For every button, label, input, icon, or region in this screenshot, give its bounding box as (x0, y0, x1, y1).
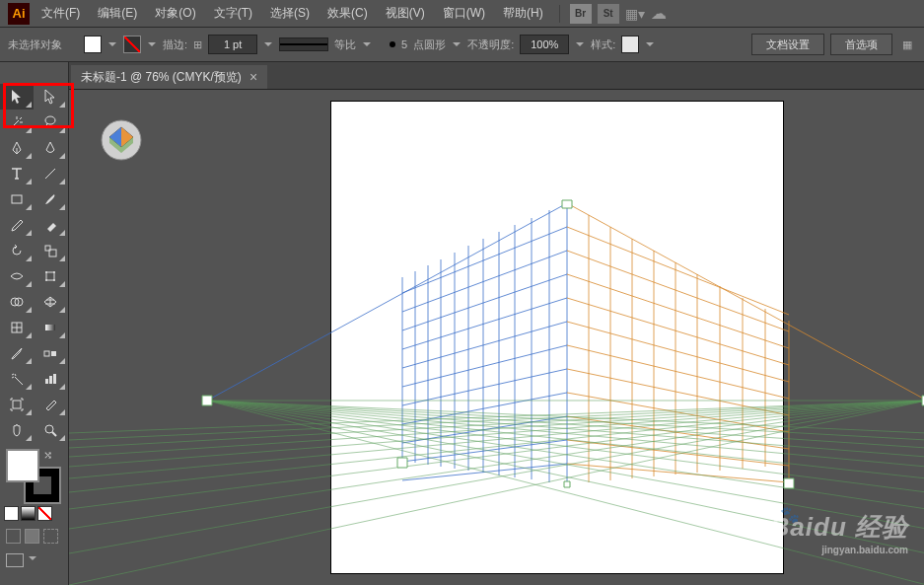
selection-status: 未选择对象 (8, 37, 62, 52)
svg-point-9 (53, 279, 55, 281)
eraser-tool[interactable] (34, 212, 67, 238)
draw-normal-icon[interactable] (6, 529, 21, 544)
svg-point-7 (53, 271, 55, 273)
blend-tool[interactable] (34, 340, 67, 366)
paintbrush-tool[interactable] (34, 186, 67, 212)
swap-fill-stroke-icon[interactable]: ⤭ (43, 449, 57, 463)
shape-builder-tool[interactable] (0, 289, 34, 315)
control-bar: 未选择对象 描边: ⊞ 等比 5 点圆形 不透明度: 样式: 文档设置 首选项 … (0, 28, 924, 62)
style-label: 样式: (591, 37, 615, 52)
svg-rect-15 (45, 325, 55, 330)
svg-point-6 (45, 271, 47, 273)
stroke-swatch[interactable] (123, 36, 141, 53)
direct-selection-tool[interactable] (34, 84, 67, 110)
stroke-dropdown[interactable] (147, 39, 157, 49)
magic-wand-tool[interactable] (0, 110, 34, 135)
color-mode-none[interactable] (37, 506, 52, 521)
lasso-tool[interactable] (34, 110, 67, 135)
menu-type[interactable]: 文字(T) (208, 1, 258, 26)
brush-point-count: 5 (401, 38, 407, 50)
perspective-grid-tool[interactable] (34, 289, 67, 315)
width-tool[interactable] (0, 263, 34, 289)
preferences-button[interactable]: 首选项 (830, 34, 892, 55)
scale-tool[interactable] (34, 238, 67, 263)
symbol-sprayer-tool[interactable] (0, 366, 34, 392)
brush-label: 点圆形 (413, 37, 446, 52)
svg-rect-18 (45, 379, 48, 384)
zoom-tool[interactable] (34, 417, 67, 443)
rotate-tool[interactable] (0, 238, 34, 263)
draw-inside-icon[interactable] (43, 529, 58, 544)
free-transform-tool[interactable] (34, 263, 67, 289)
selection-tool[interactable] (0, 84, 34, 110)
stroke-weight-dropdown[interactable] (263, 39, 273, 49)
stroke-weight-input[interactable] (208, 35, 257, 54)
bridge-button[interactable]: Br (570, 4, 592, 24)
menu-view[interactable]: 视图(V) (380, 1, 431, 26)
sync-icon[interactable]: ☁ (651, 4, 667, 23)
artboard (330, 101, 784, 574)
menu-object[interactable]: 对象(O) (149, 1, 201, 26)
svg-line-1 (45, 169, 55, 179)
brush-dropdown[interactable] (452, 39, 462, 49)
perspective-plane-widget[interactable] (101, 119, 142, 161)
svg-rect-16 (44, 351, 49, 356)
watermark: Baidu 经验 jingyan.baidu.com (771, 510, 908, 555)
artboard-tool[interactable] (0, 392, 34, 417)
svg-point-22 (45, 425, 53, 433)
menu-file[interactable]: 文件(F) (36, 1, 86, 26)
watermark-url: jingyan.baidu.com (771, 545, 908, 555)
opacity-input[interactable] (520, 35, 569, 54)
svg-rect-2 (12, 195, 22, 203)
fill-color-box[interactable] (6, 449, 39, 482)
svg-rect-19 (49, 376, 52, 384)
color-mode-gradient[interactable] (21, 506, 36, 521)
stock-button[interactable]: St (598, 4, 619, 24)
hand-tool[interactable] (0, 417, 34, 443)
arrange-documents-icon[interactable]: ▦▾ (625, 6, 645, 22)
screen-mode-dropdown[interactable] (28, 553, 37, 563)
gradient-tool[interactable] (34, 315, 67, 340)
canvas-area[interactable]: 🐾 Baidu 经验 jingyan.baidu.com (69, 90, 924, 585)
pen-tool[interactable] (0, 135, 34, 161)
line-tool[interactable] (34, 161, 67, 186)
menu-window[interactable]: 窗口(W) (437, 1, 491, 26)
fill-swatch[interactable] (84, 36, 102, 53)
document-tab[interactable]: 未标题-1 @ 76% (CMYK/预览) × (71, 65, 267, 89)
menu-help[interactable]: 帮助(H) (497, 1, 549, 26)
curvature-tool[interactable] (34, 135, 67, 161)
profile-dropdown[interactable] (362, 39, 372, 49)
document-tab-bar: 未标题-1 @ 76% (CMYK/预览) × (0, 62, 924, 90)
watermark-brand: Baidu 经验 (771, 512, 908, 542)
graphic-style-swatch[interactable] (621, 36, 639, 53)
eyedropper-tool[interactable] (0, 340, 34, 366)
slice-tool[interactable] (34, 392, 67, 417)
svg-line-23 (52, 432, 56, 436)
svg-point-8 (45, 279, 47, 281)
fill-dropdown[interactable] (107, 39, 117, 49)
document-setup-button[interactable]: 文档设置 (751, 34, 824, 55)
screen-mode-icon[interactable] (6, 553, 24, 567)
stroke-profile-preview[interactable] (279, 37, 328, 51)
svg-rect-20 (53, 374, 56, 384)
svg-rect-5 (46, 272, 54, 280)
opacity-label: 不透明度: (467, 37, 514, 52)
tab-close-button[interactable]: × (249, 69, 257, 85)
profile-label: 等比 (334, 37, 356, 52)
style-dropdown[interactable] (645, 39, 655, 49)
svg-rect-21 (13, 401, 21, 408)
rectangle-tool[interactable] (0, 186, 34, 212)
menu-select[interactable]: 选择(S) (264, 1, 316, 26)
color-mode-solid[interactable] (4, 506, 19, 521)
menu-effect[interactable]: 效果(C) (321, 1, 374, 26)
svg-rect-17 (51, 351, 56, 356)
type-tool[interactable] (0, 161, 34, 186)
opacity-dropdown[interactable] (575, 39, 585, 49)
shaper-tool[interactable] (0, 212, 34, 238)
fill-stroke-control[interactable]: ⤭ (6, 449, 59, 502)
draw-behind-icon[interactable] (25, 529, 39, 544)
column-graph-tool[interactable] (34, 366, 67, 392)
menu-edit[interactable]: 编辑(E) (92, 1, 143, 26)
svg-point-0 (45, 116, 55, 124)
mesh-tool[interactable] (0, 315, 34, 340)
